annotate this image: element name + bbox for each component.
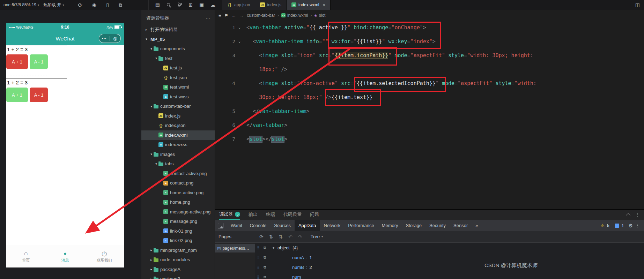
explorer-item-custom-tab-bar[interactable]: ▾custom-tab-bar xyxy=(141,101,215,111)
editor-tab-index.wxml[interactable]: index.wxml× xyxy=(287,0,331,10)
tree-row-numA[interactable]: ⣿⧉numA:1 xyxy=(255,252,644,262)
explorer-item-packageA[interactable]: ▸packageA xyxy=(141,265,215,274)
drag-handle-icon[interactable]: ⣿ xyxy=(255,265,261,269)
explorer-item-index.json[interactable]: index.json xyxy=(141,121,215,130)
fold-chevron-icon[interactable]: ⌄ xyxy=(235,35,244,48)
devtools-tab-Security[interactable]: Security xyxy=(425,220,450,231)
expand-all-icon[interactable]: ⇅ xyxy=(269,234,273,240)
explorer-item-test.wxss[interactable]: test.wxss xyxy=(141,92,215,102)
explorer-item-test.js[interactable]: test.js xyxy=(141,63,215,73)
more-icon[interactable]: ••• xyxy=(99,37,110,40)
warning-icon[interactable]: ⚠ xyxy=(600,223,605,228)
code-line[interactable]: 7<slot></slot> xyxy=(215,132,644,146)
fold-chevron-icon[interactable]: ⌄ xyxy=(235,21,244,35)
device-selector[interactable]: one 6/7/8 85% 19 ▾ xyxy=(3,2,39,7)
redo-icon[interactable]: ↷ xyxy=(298,234,302,240)
drag-handle-icon[interactable]: ⣿ xyxy=(255,256,261,259)
debugger-tab-输出[interactable]: 输出 xyxy=(249,210,258,220)
explorer-item-contact-active.png[interactable]: contact-active.png xyxy=(141,169,215,179)
devtools-tab-»[interactable]: » xyxy=(472,220,482,231)
code-line[interactable]: 5 </van-tabbar-item> xyxy=(215,104,644,118)
explorer-item-packageB[interactable]: ▸packageB xyxy=(141,274,215,279)
split-editor-icon[interactable]: ◫ xyxy=(635,2,640,7)
explorer-item-test.json[interactable]: test.json xyxy=(141,73,215,83)
chevron-right-icon[interactable]: ▸ xyxy=(149,267,154,271)
explorer-item-index.wxss[interactable]: index.wxss xyxy=(141,140,215,150)
debugger-tab-调试器[interactable]: 调试器5 xyxy=(219,210,240,220)
code-line[interactable]: 1⌄<van-tabbar active="{{ active }}" bind… xyxy=(215,21,644,35)
devtools-tab-AppData[interactable]: AppData xyxy=(295,220,320,231)
devtools-tab-Memory[interactable]: Memory xyxy=(378,220,402,231)
code-line[interactable]: 6</van-tabbar> xyxy=(215,118,644,132)
message-icon[interactable] xyxy=(615,224,619,228)
explorer-item-contact.png[interactable]: contact.png xyxy=(141,178,215,188)
tree-row-numB[interactable]: ⣿⧉numB:2 xyxy=(255,262,644,272)
tabbar-item-联系我们[interactable]: ◷联系我们 xyxy=(85,245,124,267)
copy-icon[interactable]: ⧉ xyxy=(261,265,268,270)
capsule-menu[interactable]: ••• ◎ xyxy=(99,34,121,43)
page-list-item[interactable]: ▤pages/mess… xyxy=(215,244,255,252)
explorer-item-componnets[interactable]: ▾componnets xyxy=(141,44,215,54)
copy-icon[interactable]: ⧉ xyxy=(261,255,268,260)
refresh-icon[interactable]: ⟳ xyxy=(259,234,264,240)
chevron-down-icon[interactable]: ▾ xyxy=(149,152,154,156)
extensions-grid-icon[interactable]: ⊞ xyxy=(189,2,193,7)
explorer-item-index.wxml[interactable]: index.wxml xyxy=(141,130,215,140)
code-line[interactable]: 4 <image slot="icon-active" src="{{item.… xyxy=(215,76,644,90)
exit-target-icon[interactable]: ◎ xyxy=(110,36,120,41)
chevron-right-icon[interactable]: ▸ xyxy=(149,258,154,262)
list-icon[interactable]: ≡ xyxy=(219,13,221,18)
gear-icon[interactable]: ⚙ xyxy=(628,223,633,228)
close-icon[interactable]: × xyxy=(323,2,325,8)
undo-icon[interactable]: ↶ xyxy=(288,234,293,240)
panel-layout-icon[interactable]: ▣ xyxy=(199,2,204,7)
mini-button-A - 1[interactable]: A - 1 xyxy=(30,54,48,69)
devtools-tab-Storage[interactable]: Storage xyxy=(402,220,426,231)
editor-tab-index.js[interactable]: index.js xyxy=(255,0,287,10)
explorer-item-message-active.png[interactable]: message-active.png xyxy=(141,207,215,217)
chevron-down-icon[interactable]: ▾ xyxy=(149,47,154,51)
drag-handle-icon[interactable]: ⣿ xyxy=(255,275,261,279)
code-line[interactable]: 30px; height: 18px;" />{{item.text}} xyxy=(215,90,644,104)
record-icon[interactable]: ◉ xyxy=(92,2,96,7)
debugger-tab-问题[interactable]: 问题 xyxy=(310,210,319,220)
chevron-right-icon[interactable]: ▸ xyxy=(144,28,149,31)
explorer-item-MP_05[interactable]: ▾MP_05 xyxy=(141,35,215,44)
chevron-right-icon[interactable]: ▸ xyxy=(149,277,154,279)
explorer-item-home-active.png[interactable]: home-active.png xyxy=(141,188,215,198)
kebab-menu-icon[interactable]: ⋮ xyxy=(635,223,640,228)
tree-row-num[interactable]: ⣿⧉num xyxy=(255,272,644,279)
compile-icon[interactable]: ⟳ xyxy=(78,2,82,8)
inspect-icon[interactable] xyxy=(218,223,223,228)
cloud-icon[interactable]: ☁ xyxy=(210,2,215,7)
explorer-item-message.png[interactable]: message.png xyxy=(141,217,215,226)
search-icon[interactable] xyxy=(166,3,171,7)
chevron-down-icon[interactable]: ▾ xyxy=(149,105,154,108)
preview-phone-icon[interactable]: ▯ xyxy=(106,2,109,7)
tabbar-item-首页[interactable]: ⌂首页 xyxy=(6,245,45,267)
tree-row-object[interactable]: ⣿⧉▾object{4} xyxy=(255,243,644,252)
explorer-item-test[interactable]: ▾test xyxy=(141,54,215,63)
devtools-tab-Performance[interactable]: Performance xyxy=(344,220,378,231)
code-editor[interactable]: 1⌄<van-tabbar active="{{ active }}" bind… xyxy=(215,21,644,209)
bookmark-icon[interactable]: ⚑ xyxy=(224,13,229,18)
explorer-item-miniprogram_npm[interactable]: ▸miniprogram_npm xyxy=(141,246,215,255)
code-line[interactable]: 2⌄ <van-tabbar-item info="" wx:for="{{li… xyxy=(215,35,644,48)
debugger-tab-代码质量[interactable]: 代码质量 xyxy=(283,210,302,220)
kebab-menu-icon[interactable]: ⋮ xyxy=(635,212,640,217)
explorer-item-link-01.png[interactable]: link-01.png xyxy=(141,226,215,236)
explorer-item-link-02.png[interactable]: link-02.png xyxy=(141,236,215,246)
tabbar-item-消息[interactable]: ●消息 xyxy=(45,245,84,267)
devtools-tab-Sensor[interactable]: Sensor xyxy=(450,220,472,231)
chevron-down-icon[interactable]: ▾ xyxy=(144,37,149,41)
chevron-down-icon[interactable]: ▾ xyxy=(154,56,158,60)
breadcrumb-custom-tab-bar[interactable]: custom-tab-bar xyxy=(247,13,275,18)
remote-debug-icon[interactable]: ⧉ xyxy=(119,2,122,7)
breadcrumb-slot[interactable]: ◈slot xyxy=(314,13,325,18)
explorer-item-index.js[interactable]: index.js xyxy=(141,111,215,121)
debugger-tab-终端[interactable]: 终端 xyxy=(266,210,275,220)
devtools-tab-Sources[interactable]: Sources xyxy=(270,220,295,231)
file-icon[interactable]: ▤ xyxy=(155,2,160,7)
editor-tab-app.json[interactable]: app.json xyxy=(222,0,255,10)
devtools-tab-Wxml[interactable]: Wxml xyxy=(227,220,246,231)
